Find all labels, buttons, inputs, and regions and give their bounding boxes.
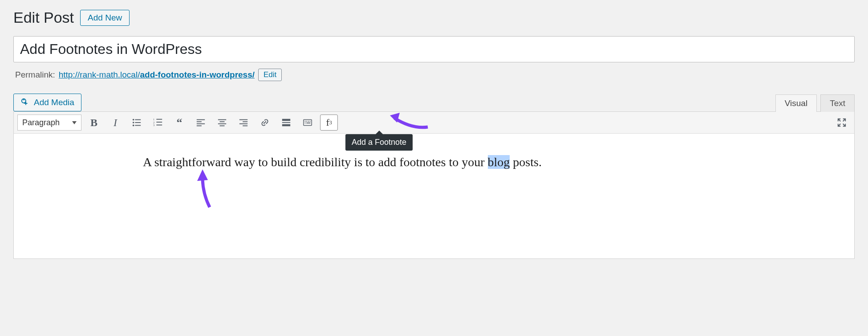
svg-rect-23 — [239, 123, 247, 124]
bullet-list-button[interactable] — [128, 115, 146, 131]
align-left-icon — [196, 118, 206, 127]
svg-rect-25 — [282, 119, 290, 121]
media-icon — [20, 98, 30, 107]
align-right-icon — [239, 118, 248, 127]
svg-rect-34 — [306, 123, 310, 123]
svg-rect-15 — [197, 123, 205, 124]
svg-text:3: 3 — [153, 123, 154, 127]
add-new-button[interactable]: Add New — [80, 10, 130, 26]
align-center-button[interactable] — [213, 115, 231, 131]
permalink-slug: add-footnotes-in-wordpress/ — [140, 70, 255, 79]
page-title: Edit Post — [13, 9, 74, 26]
svg-rect-16 — [197, 125, 202, 126]
svg-rect-33 — [305, 123, 306, 123]
permalink-base: http://rank-math.local/ — [59, 70, 140, 79]
blockquote-button[interactable]: “ — [170, 115, 188, 131]
svg-point-5 — [133, 125, 134, 127]
keyboard-icon — [303, 118, 312, 127]
add-media-button[interactable]: Add Media — [13, 94, 81, 111]
fullscreen-icon — [837, 118, 847, 127]
svg-rect-13 — [197, 119, 205, 120]
svg-point-1 — [133, 119, 134, 121]
svg-rect-12 — [156, 125, 162, 126]
svg-rect-20 — [220, 125, 225, 126]
caret-down-icon — [72, 121, 77, 124]
numbered-list-icon: 123 — [153, 118, 163, 127]
svg-rect-19 — [218, 123, 226, 124]
link-button[interactable] — [256, 115, 274, 131]
permalink-label: Permalink: — [15, 70, 55, 80]
svg-rect-30 — [306, 121, 307, 122]
svg-rect-22 — [243, 121, 247, 122]
svg-rect-2 — [135, 119, 141, 120]
footnote-sup: 3 — [329, 119, 332, 126]
svg-rect-18 — [220, 121, 225, 122]
toolbar-toggle-button[interactable] — [299, 115, 316, 131]
svg-marker-35 — [390, 113, 400, 123]
svg-rect-26 — [282, 122, 290, 123]
format-select-label: Paragraph — [22, 118, 60, 127]
read-more-icon — [281, 118, 291, 127]
tab-text[interactable]: Text — [820, 94, 855, 112]
add-media-label: Add Media — [34, 98, 74, 107]
svg-point-3 — [133, 122, 134, 123]
annotation-arrow-content — [192, 169, 219, 209]
svg-rect-14 — [197, 121, 202, 122]
content-paragraph[interactable]: A straightforward way to build credibili… — [143, 152, 725, 173]
svg-rect-31 — [308, 121, 309, 122]
svg-rect-6 — [135, 125, 141, 126]
numbered-list-button[interactable]: 123 — [149, 115, 167, 131]
footnote-f: f — [326, 117, 329, 128]
permalink-link[interactable]: http://rank-math.local/add-footnotes-in-… — [59, 70, 255, 80]
content-after: posts. — [510, 155, 542, 169]
editor-content[interactable]: A straightforward way to build credibili… — [14, 134, 854, 258]
link-icon — [260, 118, 270, 127]
editor-toolbar: Paragraph B I 123 “ f3 — [14, 112, 854, 134]
editor-tabs: Visual Text — [775, 94, 855, 111]
svg-rect-4 — [135, 122, 141, 123]
svg-rect-27 — [282, 124, 290, 127]
svg-rect-32 — [310, 121, 311, 122]
read-more-button[interactable] — [277, 115, 295, 131]
svg-marker-36 — [197, 169, 208, 181]
bullet-list-icon — [132, 118, 142, 127]
tab-visual[interactable]: Visual — [775, 94, 817, 112]
italic-button[interactable]: I — [106, 115, 124, 131]
content-before: A straightforward way to build credibili… — [143, 155, 488, 169]
svg-rect-24 — [243, 125, 247, 126]
format-select[interactable]: Paragraph — [17, 115, 81, 131]
permalink-row: Permalink: http://rank-math.local/add-fo… — [15, 69, 853, 81]
fullscreen-button[interactable] — [833, 115, 851, 131]
align-right-button[interactable] — [235, 115, 252, 131]
svg-rect-29 — [305, 121, 306, 122]
annotation-arrow-toolbar — [390, 109, 430, 131]
editor-wrap: Paragraph B I 123 “ f3 — [13, 111, 855, 259]
align-center-icon — [217, 118, 227, 127]
svg-rect-21 — [239, 119, 247, 120]
svg-rect-17 — [218, 119, 226, 120]
content-highlight: blog — [488, 155, 510, 169]
edit-permalink-button[interactable]: Edit — [258, 69, 282, 81]
svg-rect-10 — [156, 122, 162, 123]
bold-button[interactable]: B — [85, 115, 103, 131]
post-title-input[interactable] — [13, 36, 855, 62]
add-footnote-button[interactable]: f3 — [320, 115, 338, 131]
svg-rect-8 — [156, 119, 162, 120]
align-left-button[interactable] — [192, 115, 210, 131]
